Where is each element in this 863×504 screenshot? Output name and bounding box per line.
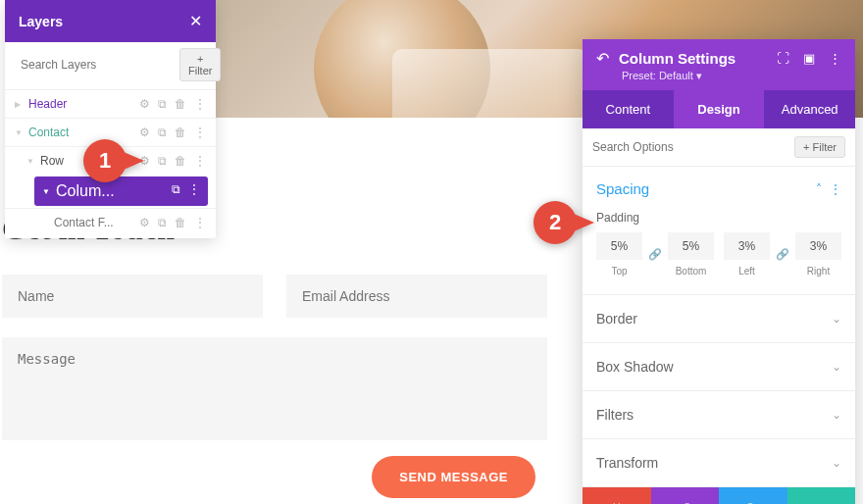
grid-icon[interactable]: ▣	[803, 51, 815, 66]
redo-button[interactable]: ↻	[719, 487, 787, 504]
duplicate-icon[interactable]: ⧉	[172, 182, 180, 196]
padding-label: Padding	[596, 211, 841, 225]
more-icon[interactable]: ⋮	[194, 216, 206, 229]
tab-advanced[interactable]: Advanced	[764, 90, 855, 128]
chevron-up-icon[interactable]: ˄	[816, 182, 822, 196]
settings-footer: ✖ ↺ ↻ ✔	[583, 487, 855, 504]
caret-down-icon: ▼	[26, 157, 36, 166]
more-icon[interactable]: ⋮	[830, 182, 841, 196]
box-shadow-section[interactable]: Box Shadow ⌄	[583, 343, 855, 391]
more-icon[interactable]: ⋮	[194, 154, 206, 168]
tab-design[interactable]: Design	[674, 90, 765, 128]
gear-icon[interactable]: ⚙	[139, 216, 150, 229]
caret-icon: ▶	[15, 100, 25, 109]
layers-search-input[interactable]	[13, 52, 176, 77]
name-input[interactable]	[2, 275, 263, 318]
trash-icon[interactable]: 🗑	[175, 97, 186, 111]
padding-bottom-input[interactable]	[668, 232, 714, 260]
duplicate-icon[interactable]: ⧉	[158, 97, 167, 111]
email-input[interactable]	[286, 275, 547, 318]
chevron-down-icon: ⌄	[832, 360, 841, 374]
close-icon[interactable]: ✕	[189, 12, 202, 30]
trash-icon[interactable]: 🗑	[175, 126, 186, 139]
preset-selector[interactable]: Preset: Default ▾	[596, 70, 841, 82]
more-icon[interactable]: ⋮	[188, 182, 200, 196]
callout-pointer-icon	[567, 211, 594, 234]
settings-search-input[interactable]	[592, 140, 794, 154]
layers-filter-button[interactable]: + Filter	[179, 48, 221, 81]
padding-top-input[interactable]	[596, 232, 642, 260]
tab-content[interactable]: Content	[583, 90, 674, 128]
layers-search-row: + Filter	[5, 42, 216, 87]
callout-pointer-icon	[117, 149, 144, 173]
chevron-down-icon: ⌄	[832, 408, 841, 422]
filters-section[interactable]: Filters ⌄	[583, 391, 855, 439]
layers-header: Layers ✕	[5, 0, 216, 42]
transform-section[interactable]: Transform ⌄	[583, 439, 855, 487]
column-settings-panel: ↶ Column Settings ⛶ ▣ ⋮ Preset: Default …	[583, 39, 855, 504]
more-icon[interactable]: ⋮	[194, 126, 206, 139]
padding-left-caption: Left	[724, 266, 770, 277]
settings-filter-button[interactable]: + Filter	[794, 136, 845, 158]
border-section[interactable]: Border ⌄	[583, 295, 855, 343]
more-icon[interactable]: ⋮	[829, 51, 841, 66]
link-icon[interactable]: 🔗	[646, 248, 664, 261]
layer-item-header[interactable]: ▶Header ⚙ ⧉ 🗑 ⋮	[5, 89, 216, 118]
callout-marker-2: 2	[533, 201, 594, 244]
settings-tabs: Content Design Advanced	[583, 90, 855, 128]
padding-top-caption: Top	[596, 266, 642, 277]
layers-title: Layers	[19, 14, 63, 29]
padding-right-input[interactable]	[795, 232, 841, 260]
chevron-down-icon: ⌄	[832, 312, 841, 326]
padding-left-input[interactable]	[724, 232, 770, 260]
chevron-down-icon: ⌄	[832, 456, 841, 470]
trash-icon[interactable]: 🗑	[175, 216, 186, 229]
settings-title: Column Settings	[619, 50, 736, 67]
undo-button[interactable]: ↺	[651, 487, 720, 504]
duplicate-icon[interactable]: ⧉	[158, 154, 167, 168]
send-message-button[interactable]: SEND MESSAGE	[372, 456, 535, 498]
trash-icon[interactable]: 🗑	[175, 154, 186, 168]
caret-down-icon: ▼	[15, 128, 25, 137]
layer-item-contact-form[interactable]: Contact F... ⚙ ⧉ 🗑 ⋮	[5, 208, 216, 236]
spacing-section: Spacing ˄ ⋮ Padding Top 🔗 Bottom	[583, 167, 855, 295]
contact-form-area: Get in Touch SEND MESSAGE	[0, 211, 549, 498]
settings-header: ↶ Column Settings ⛶ ▣ ⋮ Preset: Default …	[583, 39, 855, 90]
message-textarea[interactable]	[2, 337, 547, 440]
padding-right-caption: Right	[795, 266, 841, 277]
spacing-title: Spacing	[596, 180, 649, 197]
duplicate-icon[interactable]: ⧉	[158, 126, 167, 139]
padding-bottom-caption: Bottom	[668, 266, 714, 277]
more-icon[interactable]: ⋮	[194, 97, 206, 111]
save-button[interactable]: ✔	[787, 487, 856, 504]
link-icon[interactable]: 🔗	[774, 248, 791, 261]
callout-marker-1: 1	[83, 139, 144, 182]
layers-panel: Layers ✕ + Filter ▶Header ⚙ ⧉ 🗑 ⋮ ▼Conta…	[5, 0, 216, 238]
cancel-button[interactable]: ✖	[583, 487, 651, 504]
back-arrow-icon[interactable]: ↶	[596, 49, 609, 68]
caret-down-icon: ▼	[42, 187, 52, 196]
padding-inputs: Top 🔗 Bottom Left 🔗 Right	[596, 232, 841, 277]
gear-icon[interactable]: ⚙	[139, 126, 150, 139]
expand-icon[interactable]: ⛶	[777, 51, 789, 66]
duplicate-icon[interactable]: ⧉	[158, 216, 167, 229]
settings-search-row: + Filter	[583, 128, 855, 167]
gear-icon[interactable]: ⚙	[139, 97, 150, 111]
